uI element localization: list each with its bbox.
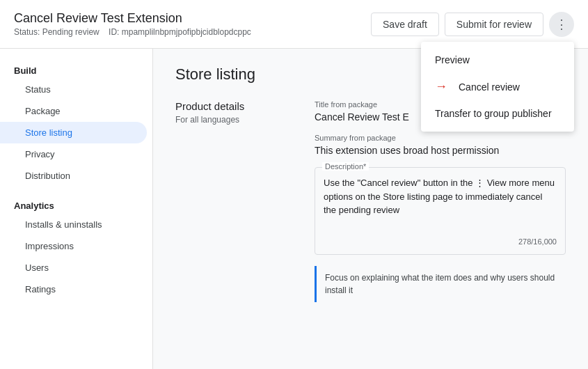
build-section-header: Build <box>0 60 152 79</box>
save-draft-button[interactable]: Save draft <box>371 13 439 36</box>
header-subtitle: Status: Pending review ID: mpamplilnbpmj… <box>14 27 251 37</box>
more-icon: ⋮ <box>555 17 568 32</box>
more-menu-button[interactable]: ⋮ <box>549 12 574 37</box>
status-text: Status: Pending review <box>14 27 100 37</box>
sidebar-item-ratings[interactable]: Ratings <box>0 278 147 300</box>
description-box[interactable]: Description* Use the "Cancel review" but… <box>315 167 566 255</box>
description-label: Description* <box>322 162 369 171</box>
id-text: ID: mpamplilnbpmjpofipbjcidblopdcppc <box>109 27 251 37</box>
for-all-languages: For all languages <box>175 115 287 125</box>
header-actions: Save draft Submit for review ⋮ <box>371 12 574 37</box>
sidebar-item-status[interactable]: Status <box>0 79 147 100</box>
sidebar-item-installs[interactable]: Installs & uninstalls <box>0 214 147 235</box>
header-left: Cancel Review Test Extension Status: Pen… <box>14 11 251 37</box>
page-title: Cancel Review Test Extension <box>14 11 251 26</box>
sidebar-item-package[interactable]: Package <box>0 100 147 122</box>
dropdown-menu: Preview → Cancel review Transfer to grou… <box>421 42 574 132</box>
sidebar-item-impressions[interactable]: Impressions <box>0 235 147 257</box>
submit-review-button[interactable]: Submit for review <box>445 13 543 36</box>
description-text[interactable]: Use the "Cancel review" button in the ⋮ … <box>324 176 557 232</box>
left-column: Product details For all languages <box>175 100 287 302</box>
sidebar-item-store-listing[interactable]: Store listing <box>0 122 147 143</box>
dropdown-item-cancel-review[interactable]: → Cancel review <box>421 72 574 101</box>
sidebar-item-distribution[interactable]: Distribution <box>0 165 147 187</box>
hint-text: Focus on explaining what the item does a… <box>325 273 555 295</box>
dropdown-item-transfer[interactable]: Transfer to group publisher <box>421 101 574 126</box>
dropdown-item-preview[interactable]: Preview <box>421 47 574 72</box>
summary-value: This extension uses broad host permissio… <box>315 145 523 156</box>
product-details-title: Product details <box>175 100 287 112</box>
summary-label: Summary from package <box>315 134 566 142</box>
sidebar-item-privacy[interactable]: Privacy <box>0 143 147 165</box>
sidebar: Build Status Package Store listing Priva… <box>0 49 153 369</box>
description-count: 278/16,000 <box>324 237 557 246</box>
analytics-section-header: Analytics <box>0 195 152 214</box>
arrow-icon: → <box>435 79 447 94</box>
sidebar-item-users[interactable]: Users <box>0 257 147 278</box>
hint-box: Focus on explaining what the item does a… <box>315 266 566 302</box>
